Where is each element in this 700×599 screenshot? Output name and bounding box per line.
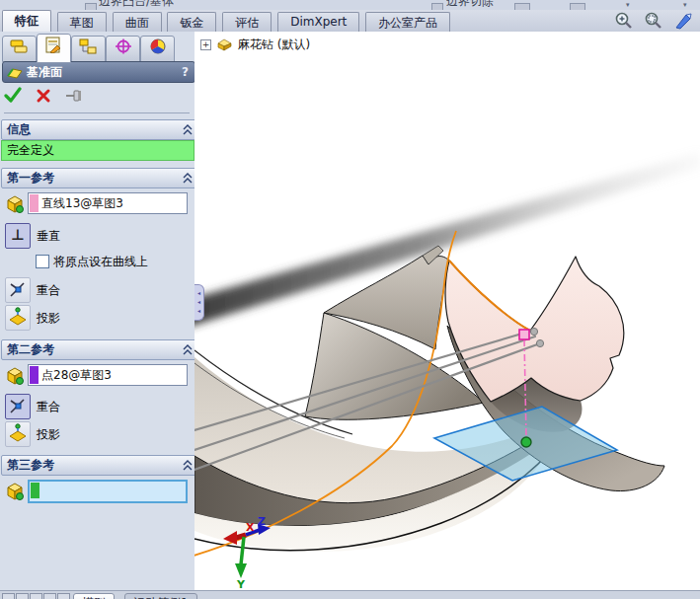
tab-scroll-button[interactable]: › (43, 593, 56, 599)
reference-entity-icon (5, 194, 25, 214)
clipped-toolbar-label: 边界切除 (446, 0, 494, 10)
origin-on-curve-label: 将原点设在曲线上 (53, 254, 148, 270)
selection-color-chip (31, 483, 39, 498)
pin-button[interactable] (65, 87, 85, 104)
section-label: 第一参考 (7, 171, 54, 185)
display-manager-icon (148, 38, 168, 54)
section-label: 第二参考 (7, 342, 54, 356)
tab-scroll-button[interactable]: ‹ (16, 593, 29, 599)
solidworks-window: { "top_toolbar": { "clipped_labels": ["边… (0, 0, 700, 599)
coincident-label: 重合 (37, 399, 60, 415)
property-manager-panel: 基准面 ? 信息 完全定义 第一参考 (0, 32, 195, 590)
status-message: 完全定义 (1, 140, 194, 161)
pm-action-row (4, 87, 190, 113)
clipped-toolbar-label: 边界凸台/基体 (99, 0, 174, 10)
property-manager-titlebar: 基准面 ? (2, 61, 195, 83)
cancel-button[interactable] (36, 87, 51, 104)
project-label: 投影 (37, 426, 60, 443)
project-label: 投影 (37, 310, 60, 327)
reference-entity-icon (5, 482, 25, 501)
first-reference-value: 直线13@草图3 (41, 195, 123, 212)
section-header-info[interactable]: 信息 (1, 119, 198, 140)
project-button[interactable] (5, 305, 31, 331)
tab-evaluate[interactable]: 评估 (222, 12, 272, 32)
tab-surfaces[interactable]: 曲面 (113, 12, 162, 32)
axis-z-label: Z (258, 515, 266, 528)
reference-entity-icon (5, 366, 25, 386)
project-icon (7, 306, 29, 328)
reference-plane-icon (7, 65, 23, 79)
tab-feature-manager[interactable] (2, 36, 37, 62)
collapse-chevron-icon (183, 460, 193, 471)
ok-button[interactable] (4, 87, 22, 104)
tab-scroll-button[interactable]: ‹ (2, 593, 15, 599)
model-canvas[interactable]: X Z Y (194, 32, 700, 590)
configuration-manager-icon (79, 38, 99, 54)
tree-expand-icon[interactable]: + (200, 39, 211, 50)
origin-on-curve-checkbox[interactable] (36, 255, 49, 268)
flyout-feature-tree: + 麻花钻 (默认) (200, 37, 310, 54)
perpendicular-label: 垂直 (37, 228, 60, 245)
section-header-first-reference[interactable]: 第一参考 (1, 168, 198, 188)
tab-office-products[interactable]: 办公室产品 (365, 12, 450, 32)
second-reference-value: 点28@草图3 (41, 367, 112, 384)
project-icon (7, 422, 29, 444)
project-button[interactable] (5, 421, 31, 447)
perpendicular-icon: ⊥ (6, 224, 30, 246)
tab-property-manager[interactable] (37, 34, 71, 63)
help-button[interactable]: ? (182, 62, 189, 82)
dropdown-arrow-icon: ▾ (683, 1, 687, 9)
tab-model[interactable]: 模型 (73, 593, 115, 599)
third-reference-selection-field[interactable] (28, 480, 188, 503)
coincident-icon (7, 278, 29, 300)
selection-color-chip (30, 366, 39, 384)
selected-point-marker[interactable] (521, 437, 531, 447)
zoom-to-area-icon[interactable] (644, 11, 663, 31)
tab-dimxpert-manager[interactable] (106, 36, 140, 62)
coincident-button[interactable] (5, 394, 31, 419)
selection-color-chip (30, 194, 39, 212)
panel-title: 基准面 (27, 65, 62, 79)
tab-dimxpert[interactable]: DimXpert (277, 12, 359, 32)
collapse-chevron-icon (183, 344, 193, 355)
coincident-icon (7, 395, 29, 416)
section-label: 信息 (7, 122, 31, 136)
bottom-tab-strip: ‹ ‹ › › » 模型 运动算例1 (0, 590, 700, 599)
tab-motion-study[interactable]: 运动算例1 (124, 593, 197, 599)
tree-root-label[interactable]: 麻花钻 (默认) (238, 37, 310, 51)
perpendicular-button[interactable]: ⊥ (5, 223, 31, 249)
feature-manager-icon (10, 38, 30, 54)
coincident-button[interactable] (5, 277, 31, 303)
collapse-chevron-icon (183, 173, 193, 184)
second-reference-selection-field[interactable]: 点28@草图3 (28, 364, 188, 386)
magnify-stylus-icon[interactable] (673, 11, 693, 31)
collapse-chevron-icon (183, 124, 193, 135)
tab-sheet-metal[interactable]: 钣金 (167, 12, 216, 32)
tab-scroll-button[interactable]: › (30, 593, 42, 599)
zoom-in-icon[interactable] (614, 11, 634, 31)
first-reference-selection-field[interactable]: 直线13@草图3 (28, 192, 188, 214)
tab-configuration-manager[interactable] (71, 36, 106, 62)
property-manager-icon (44, 37, 64, 53)
tab-sketch[interactable]: 草图 (57, 12, 107, 32)
command-manager-tabbar: 特征 草图 曲面 钣金 评估 DimXpert 办公室产品 (0, 10, 700, 33)
coincident-label: 重合 (37, 282, 60, 299)
dropdown-arrow-icon: ▾ (626, 1, 630, 9)
axis-y-label: Y (236, 578, 246, 590)
graphics-viewport[interactable]: X Z Y + 麻花钻 (默认) ◂◂◂ (194, 32, 700, 590)
section-header-third-reference[interactable]: 第三参考 (1, 455, 198, 476)
selected-line-marker[interactable] (519, 330, 529, 339)
section-label: 第三参考 (7, 458, 54, 472)
tab-scroll-button[interactable]: » (57, 593, 70, 599)
panel-collapse-handle[interactable]: ◂◂◂ (194, 284, 204, 321)
section-header-second-reference[interactable]: 第二参考 (1, 339, 198, 360)
axis-x-label: X (246, 521, 255, 534)
tab-display-manager[interactable] (140, 36, 175, 62)
dimxpert-manager-icon (114, 38, 133, 54)
part-icon (215, 37, 235, 51)
tab-features[interactable]: 特征 (2, 10, 51, 32)
